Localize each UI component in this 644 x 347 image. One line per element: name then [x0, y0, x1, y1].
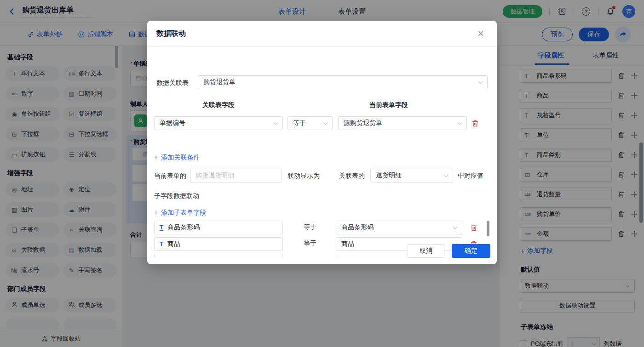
subfield-target-select[interactable]: 商品条形码 [336, 221, 462, 234]
condition-operator-value: 等于 [293, 119, 306, 127]
add-subfield-link[interactable]: +添加子表单字段 [154, 209, 206, 217]
relation-table-select[interactable]: 购货退货单 [198, 75, 488, 89]
map-suffix-label: 中对应值 [458, 172, 483, 180]
cancel-button[interactable]: 取消 [408, 244, 444, 258]
delete-condition-icon[interactable] [472, 120, 478, 127]
condition-operator-select[interactable]: 等于 [288, 116, 333, 130]
modal-title: 数据联动 [156, 29, 186, 39]
subfield-source-box[interactable]: T商品条形码 [154, 221, 283, 234]
current-subform-input[interactable]: 购货退货明细 [190, 169, 282, 182]
data-linkage-modal: 数据联动 × 数据关联表 购货退货单 关联表字段 当前表单字段 单据编号 等于 … [147, 21, 497, 264]
text-icon: T [160, 224, 163, 231]
modal-scrollbar[interactable] [487, 221, 489, 236]
condition-target-select[interactable]: 源购货退货单 [338, 116, 467, 130]
relation-table-value: 购货退货单 [203, 78, 236, 86]
subfield-row: T商品条形码 等于 商品条形码 [147, 221, 488, 234]
chevron-down-icon [323, 120, 328, 125]
condition-field-select[interactable]: 单据编号 [154, 116, 283, 130]
chevron-down-icon [453, 225, 458, 229]
relation-table-label: 数据关联表 [156, 79, 189, 87]
confirm-button[interactable]: 确定 [452, 244, 490, 258]
subfield-target-value: 商品条形码 [341, 223, 374, 232]
delete-subfield-icon[interactable] [471, 224, 477, 231]
text-icon: T [160, 241, 163, 248]
column-header-left: 关联表字段 [154, 101, 283, 109]
subfield-target-value: 商品 [341, 240, 354, 248]
condition-target-value: 源购货退货单 [344, 119, 382, 127]
related-subform-value: 退货明细 [376, 171, 402, 180]
chevron-down-icon [274, 120, 278, 125]
map-related-label: 关联表的 [339, 172, 365, 180]
subfield-source-box[interactable] [154, 254, 283, 258]
equals-label: 等于 [304, 239, 316, 248]
equals-label: 等于 [304, 223, 316, 231]
subfield-source-label: 商品 [167, 240, 180, 248]
add-condition-label: 添加关联条件 [161, 154, 200, 162]
plus-icon: + [154, 209, 158, 216]
map-show-label: 联动显示为 [288, 172, 320, 180]
add-subfield-label: 添加子表单字段 [161, 209, 206, 217]
column-header-right: 当前表单字段 [324, 101, 453, 109]
current-subform-value: 购货退货明细 [196, 171, 234, 180]
chevron-down-icon [478, 80, 483, 84]
close-icon[interactable]: × [477, 28, 484, 39]
chevron-down-icon [458, 120, 462, 125]
map-prefix-label: 当前表单的 [154, 172, 186, 180]
plus-icon: + [154, 154, 158, 161]
add-condition-link[interactable]: +添加关联条件 [154, 154, 200, 162]
chevron-down-icon [444, 173, 448, 177]
subfield-source-label: 商品条形码 [167, 223, 200, 232]
related-subform-select[interactable]: 退货明细 [370, 169, 453, 182]
condition-field-value: 单据编号 [160, 119, 185, 127]
subfield-section-title: 子字段数据联动 [154, 192, 199, 200]
subfield-source-box[interactable]: T商品 [154, 237, 283, 251]
